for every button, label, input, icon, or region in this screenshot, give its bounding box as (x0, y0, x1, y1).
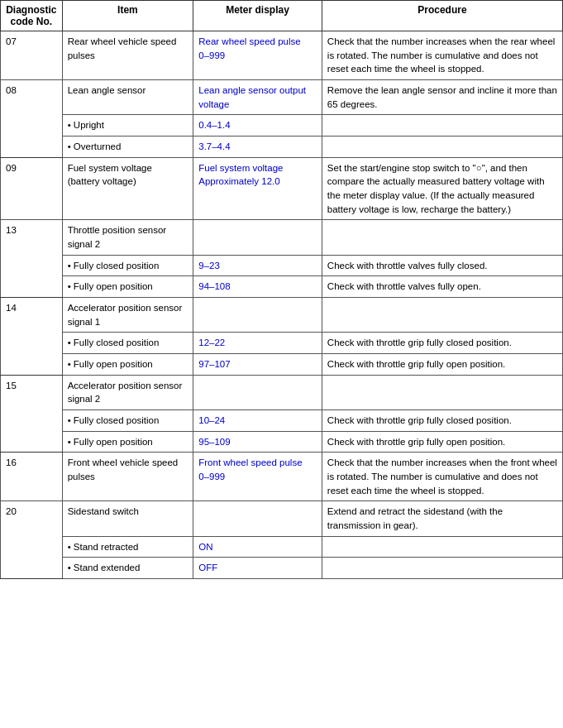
table-row-sub: • Stand extendedOFF (1, 558, 563, 579)
table-row: 07Rear wheel vehicle speed pulsesRear wh… (1, 31, 563, 80)
table-row: 20Sidestand switch Extend and retract th… (1, 501, 563, 536)
procedure-sub-text (322, 536, 562, 558)
table-row-sub: • Overturned3.7–4.4 (1, 136, 563, 158)
meter-display (193, 501, 322, 536)
item-sub-text: • Upright (62, 115, 193, 136)
table-row: 14Accelerator position sensor signal 1 (1, 298, 563, 333)
procedure-sub-text: Check with throttle grip fully closed po… (322, 410, 562, 432)
meter-sub-display: 12–22 (193, 333, 322, 354)
item-text: Accelerator position sensor signal 2 (62, 375, 193, 410)
item-text: Rear wheel vehicle speed pulses (62, 31, 193, 80)
procedure-sub-text (322, 558, 562, 579)
item-sub-text: • Fully open position (62, 354, 193, 376)
meter-sub-display: 3.7–4.4 (193, 136, 322, 158)
procedure-sub-text: Check with throttle grip fully open posi… (322, 431, 562, 453)
procedure-text (322, 375, 562, 410)
meter-sub-display: 97–107 (193, 354, 322, 376)
meter-display: Lean angle sensor output voltage (193, 80, 322, 115)
procedure-text: Set the start/engine stop switch to "○",… (322, 157, 562, 220)
meter-sub-display: OFF (193, 558, 322, 579)
table-row-sub: • Fully open position94–108Check with th… (1, 276, 563, 298)
diag-code: 16 (1, 453, 63, 501)
procedure-sub-text: Check with throttle grip fully closed po… (322, 333, 562, 354)
table-row-sub: • Fully closed position10–24Check with t… (1, 410, 563, 432)
diag-code: 09 (1, 157, 63, 220)
item-sub-text: • Fully open position (62, 431, 193, 453)
item-text: Fuel system voltage(battery voltage) (62, 157, 193, 220)
meter-display (193, 375, 322, 410)
procedure-text (322, 220, 562, 255)
procedure-sub-text: Check with throttle grip fully open posi… (322, 354, 562, 376)
table-row: 13Throttle position sensor signal 2 (1, 220, 563, 255)
item-sub-text: • Stand extended (62, 558, 193, 579)
item-text: Front wheel vehicle speed pulses (62, 453, 193, 501)
meter-sub-display: 95–109 (193, 431, 322, 453)
table-row-sub: • Fully open position95–109Check with th… (1, 431, 563, 453)
table-row: 15Accelerator position sensor signal 2 (1, 375, 563, 410)
meter-sub-display: 0.4–1.4 (193, 115, 322, 136)
procedure-text: Check that the number increases when the… (322, 453, 562, 501)
procedure-text: Remove the lean angle sensor and incline… (322, 80, 562, 115)
header-item: Item (62, 1, 193, 31)
meter-sub-display: 9–23 (193, 255, 322, 276)
header-code: Diagnosticcode No. (1, 1, 63, 31)
item-text: Throttle position sensor signal 2 (62, 220, 193, 255)
procedure-text: Extend and retract the sidestand (with t… (322, 501, 562, 536)
table-row-sub: • Fully open position97–107Check with th… (1, 354, 563, 376)
procedure-sub-text (322, 115, 562, 136)
diag-code: 13 (1, 220, 63, 298)
item-sub-text: • Fully closed position (62, 333, 193, 354)
meter-display: Fuel system voltageApproximately 12.0 (193, 157, 322, 220)
procedure-text: Check that the number increases when the… (322, 31, 562, 80)
meter-sub-display: 10–24 (193, 410, 322, 432)
diag-code: 08 (1, 80, 63, 158)
meter-display (193, 298, 322, 333)
procedure-sub-text: Check with throttle valves fully closed. (322, 255, 562, 276)
procedure-text (322, 298, 562, 333)
item-sub-text: • Fully closed position (62, 255, 193, 276)
table-row: 09Fuel system voltage(battery voltage)Fu… (1, 157, 563, 220)
table-row-sub: • Fully closed position12–22Check with t… (1, 333, 563, 354)
meter-sub-display: 94–108 (193, 276, 322, 298)
diag-code: 14 (1, 298, 63, 376)
meter-display: Rear wheel speed pulse0–999 (193, 31, 322, 80)
table-row-sub: • Fully closed position9–23Check with th… (1, 255, 563, 276)
table-row: 08Lean angle sensorLean angle sensor out… (1, 80, 563, 115)
meter-sub-display: ON (193, 536, 322, 558)
meter-display: Front wheel speed pulse0–999 (193, 453, 322, 501)
procedure-sub-text (322, 136, 562, 158)
table-row-sub: • Stand retractedON (1, 536, 563, 558)
item-text: Accelerator position sensor signal 1 (62, 298, 193, 333)
header-procedure: Procedure (322, 1, 562, 31)
diag-code: 20 (1, 501, 63, 579)
item-sub-text: • Stand retracted (62, 536, 193, 558)
item-sub-text: • Fully open position (62, 276, 193, 298)
procedure-sub-text: Check with throttle valves fully open. (322, 276, 562, 298)
item-text: Sidestand switch (62, 501, 193, 536)
meter-display (193, 220, 322, 255)
diag-code: 07 (1, 31, 63, 80)
item-sub-text: • Overturned (62, 136, 193, 158)
table-row-sub: • Upright0.4–1.4 (1, 115, 563, 136)
item-text: Lean angle sensor (62, 80, 193, 115)
header-meter: Meter display (193, 1, 322, 31)
diag-code: 15 (1, 375, 63, 453)
table-row: 16Front wheel vehicle speed pulsesFront … (1, 453, 563, 501)
item-sub-text: • Fully closed position (62, 410, 193, 432)
